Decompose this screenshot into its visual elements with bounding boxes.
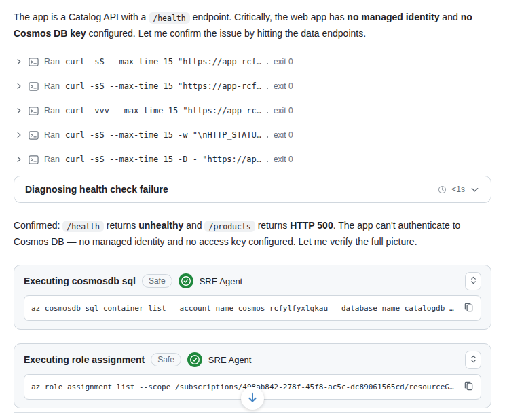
check-circle-icon <box>179 273 193 288</box>
bold-segment: HTTP 500 <box>290 220 333 231</box>
inline-code-products: /products <box>204 221 255 232</box>
tool-run-row-2[interactable]: Ran curl -sS --max-time 15 "https://app-… <box>14 74 491 98</box>
safe-badge: Safe <box>151 353 181 366</box>
dot-separator <box>267 63 268 64</box>
text-segment: Confirmed: <box>14 220 62 231</box>
card-header: Executing role assignment Safe SRE Agent <box>24 351 481 368</box>
assistant-paragraph-2: Confirmed: /health returns unhealthy and… <box>14 218 491 250</box>
text-segment: returns <box>104 220 138 231</box>
exit-status: exit 0 <box>274 155 293 164</box>
command-code-block: az cosmosdb sql container list --account… <box>24 295 481 321</box>
inline-code-health: /health <box>149 12 189 24</box>
chevron-right-icon[interactable] <box>15 82 23 90</box>
tool-run-row-4[interactable]: Ran curl -sS --max-time 15 -w "\nHTTP_ST… <box>14 123 491 147</box>
run-prefix: Ran <box>44 130 60 140</box>
chat-transcript: The app is a Catalog API with a /health … <box>0 9 505 408</box>
chevron-right-icon[interactable] <box>15 131 23 139</box>
diagnosing-section[interactable]: Diagnosing health check failure <1s <box>14 176 491 203</box>
agent-label: SRE Agent <box>208 355 252 365</box>
run-command: curl -sS --max-time 15 -D - "https://ap… <box>65 155 261 164</box>
chevron-right-icon[interactable] <box>15 58 23 66</box>
clock-icon <box>438 185 447 194</box>
bold-segment: unhealthy <box>138 220 183 231</box>
tool-run-row-5[interactable]: Ran curl -sS --max-time 15 -D - "https:/… <box>14 147 491 172</box>
dot-separator <box>267 136 268 138</box>
tool-run-list: Ran curl -sS --max-time 15 "https://app-… <box>14 50 491 172</box>
bottom-divider <box>14 412 491 413</box>
exit-status: exit 0 <box>274 130 293 140</box>
command-text: az cosmosdb sql container list --account… <box>31 303 458 313</box>
exit-status: exit 0 <box>274 81 293 91</box>
copy-button[interactable] <box>464 302 474 314</box>
card-title: Executing role assignment <box>24 354 145 365</box>
terminal-icon <box>29 130 39 140</box>
text-segment: and <box>439 12 460 22</box>
chevron-right-icon[interactable] <box>15 155 23 164</box>
check-circle-icon <box>187 352 202 367</box>
run-prefix: Ran <box>44 81 60 91</box>
card-header: Executing cosmosdb sql Safe SRE Agent <box>24 272 481 290</box>
tool-run-row-3[interactable]: Ran curl -vvv --max-time 15 "https://app… <box>14 98 491 123</box>
bold-segment: no managed identity <box>347 12 439 22</box>
tool-card-cosmosdb-sql: Executing cosmosdb sql Safe SRE Agent az… <box>14 265 491 330</box>
run-command: curl -vvv --max-time 15 "https://app-rc… <box>65 106 261 115</box>
chevron-right-icon[interactable] <box>15 107 23 115</box>
assistant-paragraph-1: The app is a Catalog API with a /health … <box>14 9 491 41</box>
dot-separator <box>267 88 268 89</box>
duration-label: <1s <box>451 185 465 194</box>
terminal-icon <box>29 106 39 116</box>
text-segment: returns <box>255 220 290 231</box>
copy-icon <box>464 381 474 393</box>
text-segment: endpoint. Critically, the web app has <box>190 12 348 22</box>
text-segment: and <box>183 220 204 231</box>
run-command: curl -sS --max-time 15 "https://app-rcf… <box>65 57 261 66</box>
terminal-icon <box>29 155 39 165</box>
diagnosing-title: Diagnosing health check failure <box>25 184 438 195</box>
arrow-down-icon <box>246 392 259 406</box>
text-segment: The app is a Catalog API with a <box>14 12 149 22</box>
terminal-icon <box>29 81 39 92</box>
chevron-down-icon[interactable] <box>470 185 480 195</box>
run-prefix: Ran <box>44 57 60 66</box>
run-command: curl -sS --max-time 15 -w "\nHTTP_STATU… <box>65 130 261 140</box>
card-title: Executing cosmosdb sql <box>24 275 136 286</box>
terminal-icon <box>29 57 39 67</box>
unfold-icon <box>470 275 477 287</box>
run-prefix: Ran <box>44 106 60 115</box>
expand-collapse-button[interactable] <box>465 272 481 290</box>
tool-run-row-1[interactable]: Ran curl -sS --max-time 15 "https://app-… <box>14 50 491 74</box>
text-segment: configured. Let me confirm the issue by … <box>86 28 366 39</box>
scroll-to-bottom-button[interactable] <box>241 387 264 410</box>
inline-code-health: /health <box>62 221 103 232</box>
run-prefix: Ran <box>44 155 60 164</box>
exit-status: exit 0 <box>274 57 293 66</box>
unfold-icon <box>470 354 477 366</box>
diagnosing-meta: <1s <box>438 185 480 195</box>
exit-status: exit 0 <box>274 106 293 115</box>
run-command: curl -sS --max-time 15 "https://app-rcf… <box>65 81 261 91</box>
expand-collapse-button[interactable] <box>465 351 481 369</box>
agent-label: SRE Agent <box>200 276 243 286</box>
safe-badge: Safe <box>142 274 172 288</box>
dot-separator <box>267 161 268 162</box>
copy-button[interactable] <box>464 381 474 393</box>
dot-separator <box>267 112 268 113</box>
copy-icon <box>464 302 474 314</box>
